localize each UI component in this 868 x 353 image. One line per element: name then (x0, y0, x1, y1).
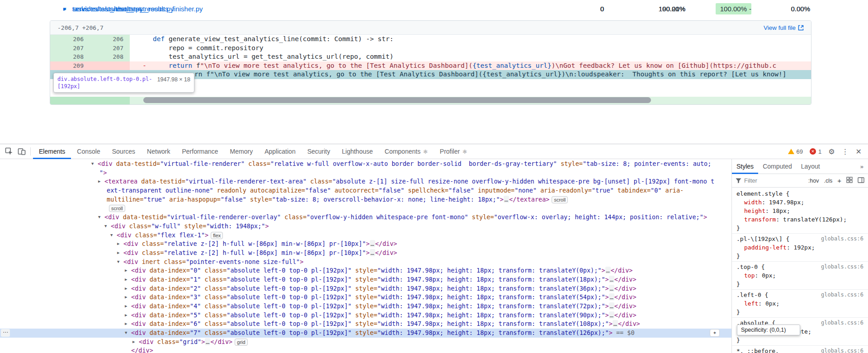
file-row[interactable]: ▸ tasks/tests/unit/test_test_results_fin… (0, 0, 868, 17)
expand-arrow-down-icon[interactable]: ▼ (110, 231, 113, 240)
elements-tree-row[interactable]: ▶<div data-index="5" class="absolute lef… (0, 311, 731, 320)
expand-arrow-right-icon[interactable]: ▶ (98, 177, 100, 186)
specificity-tooltip: Specificity: (0,0,1) (737, 325, 800, 335)
stylesheet-source-link[interactable]: globals.css:6 (821, 291, 863, 299)
expand-arrow-right-icon[interactable]: ▶ (132, 338, 135, 347)
elements-tree-row[interactable]: ▶<div data-index="1" class="absolute lef… (0, 275, 731, 284)
expand-arrow-right-icon[interactable]: ▶ (125, 284, 127, 293)
devtools-tab-profiler[interactable]: Profiler⚛ (434, 144, 473, 159)
elements-tree-row[interactable]: ext-transparent outline-none" readonly a… (0, 186, 731, 195)
style-rule: .top-0 {globals.css:6top: 0px;} (732, 262, 868, 290)
file-link[interactable]: tasks/tests/unit/test_test_results_finis… (72, 5, 203, 13)
diff-row: 209- return f"\nTo view more test analyt… (50, 61, 811, 71)
devtools-toolbar-right: 69 ✕ 1 ⚙ ⋮ ✕ (788, 147, 868, 156)
expand-arrow-right-icon[interactable]: ▶ (125, 275, 127, 284)
elements-tree-row[interactable]: "> (0, 169, 731, 178)
expand-arrow-down-icon[interactable]: ▼ (98, 213, 100, 222)
elements-tree-row[interactable]: ▶<div class="relative z-[2] h-full w-[86… (0, 249, 731, 258)
warnings-badge[interactable]: 69 (788, 148, 803, 155)
devtools-tab-memory[interactable]: Memory (224, 144, 259, 159)
diff-row: 207207 repo = commit.repository (50, 44, 811, 53)
css-property[interactable]: width: 1947.98px; (736, 198, 863, 207)
metric-missed: 0 (563, 5, 604, 13)
hunk-header: -206,7 +206,7 (57, 24, 104, 31)
tab-computed[interactable]: Computed (758, 159, 797, 174)
elements-tree-row[interactable]: ▼<div data-testid="virtual-file-renderer… (0, 160, 731, 169)
elements-tree-row[interactable]: ▶<div class="grid">…</div>grid (0, 338, 731, 347)
devtools-tab-console[interactable]: Console (71, 144, 106, 159)
css-property[interactable]: padding-left: 192px; (736, 243, 863, 252)
css-property[interactable]: height: 18px; (736, 207, 863, 215)
ai-assist-button[interactable]: ✦ (710, 329, 720, 337)
expand-arrow-right-icon[interactable]: ▶ (125, 293, 127, 302)
toggle-element-state-button[interactable]: :hov (808, 178, 819, 184)
expand-arrow-down-icon[interactable]: ▼ (91, 160, 94, 169)
css-property[interactable]: transform: translateY(126px); (736, 215, 863, 224)
close-devtools-icon[interactable]: ✕ (856, 147, 862, 156)
element-classes-button[interactable]: .cls (824, 178, 832, 184)
elements-tree-row[interactable]: ▶<div data-index="3" class="absolute lef… (0, 293, 731, 302)
elements-tree-row[interactable]: scroll (0, 204, 731, 213)
devtools-tab-lighthouse[interactable]: Lighthouse (336, 144, 379, 159)
new-style-rule-button[interactable]: + (837, 177, 841, 184)
elements-tree-row[interactable]: ▶<div class="relative z-[2] h-full w-[86… (0, 240, 731, 249)
style-rule: *, ::before, globals.css:6 (732, 346, 868, 353)
elements-tree-row[interactable]: ▶<textarea data-testid="virtual-file-ren… (0, 177, 731, 186)
stylesheet-source-link[interactable]: globals.css:6 (821, 347, 863, 353)
kebab-menu-icon[interactable]: ⋮ (842, 147, 849, 156)
devtools-tab-sources[interactable]: Sources (106, 144, 141, 159)
rendering-emulations-icon[interactable] (846, 177, 853, 184)
devtools-tab-application[interactable]: Application (259, 144, 302, 159)
expand-arrow-right-icon[interactable]: ▶ (125, 320, 127, 329)
elements-panel: ▼<div data-testid="virtual-file-renderer… (0, 159, 732, 353)
horizontal-scrollbar[interactable] (143, 97, 651, 103)
errors-badge[interactable]: ✕ 1 (810, 148, 821, 155)
expand-arrow-right-icon[interactable]: ▶ (117, 249, 119, 258)
css-property[interactable]: left: 0px; (736, 299, 863, 308)
elements-tree-row[interactable]: ▶<div data-index="2" class="absolute lef… (0, 284, 731, 293)
devtools-tab-security[interactable]: Security (302, 144, 336, 159)
inspected-selector: div.absolute.left-0.top-0.pl-[192px] (57, 75, 153, 90)
expand-arrow-right-icon[interactable]: ▶ (125, 311, 127, 320)
expand-arrow-right-icon[interactable]: ▶ (125, 266, 127, 275)
styles-sidebar-tabs: Styles Computed Layout » (732, 159, 868, 174)
elements-tree-row[interactable]: ▶<div data-index="4" class="absolute lef… (0, 302, 731, 311)
toggle-sidebar-icon[interactable] (858, 177, 864, 184)
elements-tree-row[interactable]: ▼<div data-testid="virtual-file-renderer… (0, 213, 731, 222)
css-property[interactable]: top: 0px; (736, 271, 863, 280)
view-full-file-link[interactable]: View full file (764, 24, 804, 31)
expand-arrow-down-icon[interactable]: ▼ (117, 258, 119, 267)
elements-tree-row[interactable]: ▼<div class="flex flex-1">flex (0, 231, 731, 240)
diff-row: 208208 test_analytics_url = get_test_ana… (50, 52, 811, 61)
elements-tree-row[interactable]: </div> (0, 346, 731, 353)
devtools-tab-components[interactable]: Components⚛ (379, 144, 434, 159)
chevron-right-icon[interactable]: ▸ (63, 5, 72, 12)
devtools-tab-network[interactable]: Network (141, 144, 176, 159)
node-more-actions-button[interactable]: ⋯ (1, 329, 10, 337)
settings-gear-icon[interactable]: ⚙ (828, 147, 835, 156)
device-toolbar-icon[interactable] (15, 146, 28, 157)
elements-tree: ▼<div data-testid="virtual-file-renderer… (0, 159, 731, 353)
expand-arrow-right-icon[interactable]: ▶ (125, 302, 127, 311)
warning-icon (788, 149, 794, 154)
inspect-element-icon[interactable] (3, 146, 15, 157)
stylesheet-source-link[interactable]: globals.css:6 (821, 235, 863, 243)
expand-arrow-down-icon[interactable]: ▼ (104, 222, 107, 231)
tab-styles[interactable]: Styles (732, 159, 758, 174)
styles-filter-input[interactable]: Filter (736, 177, 803, 184)
elements-tree-row[interactable]: multiline="true" aria-haspopup="false" s… (0, 195, 731, 204)
diff-code-lines: 206206def generate_view_test_analytics_l… (50, 35, 811, 105)
elements-tree-row[interactable]: ▶<div data-index="0" class="absolute lef… (0, 266, 731, 275)
expand-arrow-down-icon[interactable]: ▼ (125, 329, 127, 338)
devtools-tab-elements[interactable]: Elements (33, 144, 71, 159)
elements-tree-row[interactable]: ▶<div data-index="6" class="absolute lef… (0, 320, 731, 329)
more-tabs-chevron-icon[interactable]: » (860, 163, 868, 170)
elements-tree-row[interactable]: ▼<div data-index="7" class="absolute lef… (0, 329, 731, 338)
devtools-tab-performance[interactable]: Performance (176, 144, 224, 159)
tab-layout[interactable]: Layout (797, 159, 825, 174)
elements-tree-row[interactable]: ▼<div inert class="pointer-events-none s… (0, 258, 731, 267)
expand-arrow-right-icon[interactable]: ▶ (117, 240, 119, 249)
elements-tree-row[interactable]: ▼<div class="w-full" style="width: 1948p… (0, 222, 731, 231)
stylesheet-source-link[interactable]: globals.css:6 (821, 319, 863, 327)
stylesheet-source-link[interactable]: globals.css:6 (821, 263, 863, 271)
